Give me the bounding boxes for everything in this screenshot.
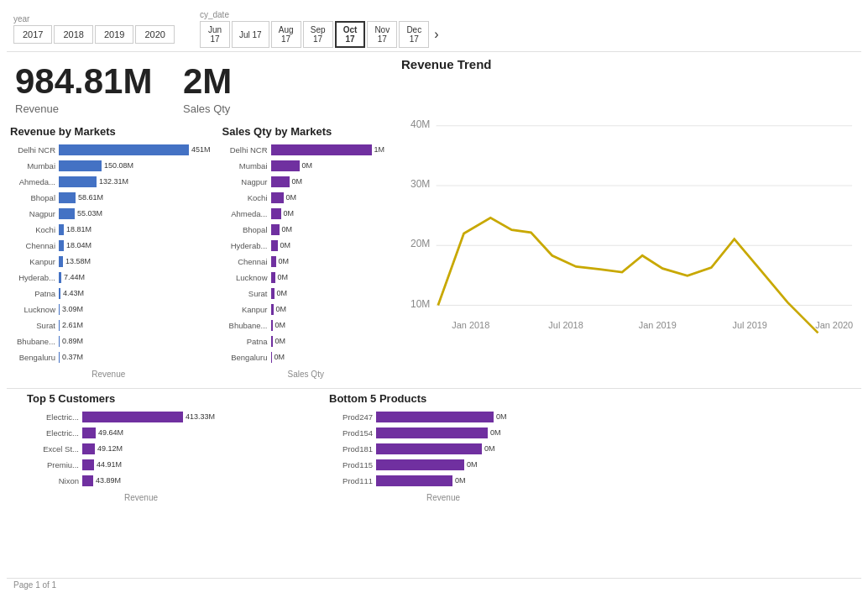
- bar-charts-row: Revenue by Markets Delhi NCR451M Mumbai1…: [7, 122, 393, 383]
- bar-row: Bengaluru0M: [219, 350, 393, 364]
- bar-row: Excel St...49.12M: [24, 442, 259, 455]
- year-btn-2020[interactable]: 2020: [135, 25, 174, 44]
- svg-text:30M: 30M: [410, 178, 430, 190]
- bar-row: Electric...413.33M: [24, 410, 259, 423]
- svg-text:20M: 20M: [410, 238, 430, 249]
- bar-row: Kanpur0M: [219, 302, 393, 316]
- bar-row: Bhopal58.61M: [7, 191, 211, 204]
- sales-qty-by-markets-title: Sales Qty by Markets: [219, 125, 393, 138]
- bar-row: Prod1150M: [326, 458, 561, 471]
- svg-text:Jan 2020: Jan 2020: [815, 320, 853, 330]
- bar-row: Prod2470M: [326, 410, 561, 423]
- bar-row: Bhubane...0M: [219, 318, 393, 332]
- bar-row: Kochi0M: [219, 191, 393, 204]
- svg-text:Jul 2019: Jul 2019: [733, 320, 767, 330]
- bar-row: Electric...49.64M: [24, 426, 259, 439]
- bar-row: Lucknow3.09M: [7, 302, 211, 316]
- bar-row: Kanpur13.58M: [7, 254, 211, 268]
- left-panel: 984.81M Revenue 2M Sales Qty Revenue by …: [7, 57, 393, 383]
- filter-row: year 2017 2018 2019 2020 cy_date Jun17 J…: [7, 7, 861, 52]
- top5-customers: Top 5 Customers Electric...413.33M Elect…: [24, 392, 259, 573]
- year-filter-buttons: 2017 2018 2019 2020: [13, 25, 175, 44]
- year-btn-2018[interactable]: 2018: [54, 25, 92, 44]
- bottom5-products-title: Bottom 5 Products: [326, 392, 561, 405]
- bar-row: Prod1540M: [326, 426, 561, 439]
- bar-row: Bhopal0M: [219, 223, 393, 236]
- year-btn-2019[interactable]: 2019: [95, 25, 133, 44]
- bar-row: Hyderab...7.44M: [7, 270, 211, 284]
- revenue-value: 984.81M: [15, 64, 152, 99]
- trend-svg: 40M 30M 20M 10M Jan 2018 Jul 2018 Jan 20…: [401, 75, 861, 383]
- bar-row: Patna0M: [219, 334, 393, 348]
- right-panel: Revenue Trend 40M 30M 20M 10M Jan 2018 J…: [393, 57, 861, 383]
- bar-row: Nagpur0M: [219, 175, 393, 188]
- bar-row: Surat2.61M: [7, 318, 211, 332]
- bar-row: Lucknow0M: [219, 270, 393, 284]
- svg-text:40M: 40M: [410, 118, 430, 130]
- revenue-trend-chart: 40M 30M 20M 10M Jan 2018 Jul 2018 Jan 20…: [401, 75, 861, 383]
- bar-row: Patna4.43M: [7, 286, 211, 300]
- bar-row: Bhubane...0.89M: [7, 334, 211, 348]
- sales-qty-kpi: 2M Sales Qty: [175, 64, 342, 115]
- cy-date-filter-group: cy_date Jun17 Jul 17 Aug17 Sep17 Oct17 N…: [200, 10, 442, 48]
- revenue-by-markets-x-label: Revenue: [7, 370, 211, 379]
- bottom5-products-x-label: Revenue: [326, 493, 561, 502]
- bar-row: Delhi NCR1M: [219, 143, 393, 156]
- date-btn-jul17[interactable]: Jul 17: [232, 21, 269, 48]
- bar-row: Premiu...44.91M: [24, 458, 259, 471]
- bar-row: Mumbai0M: [219, 159, 393, 172]
- year-btn-2017[interactable]: 2017: [13, 25, 52, 44]
- main-content: 984.81M Revenue 2M Sales Qty Revenue by …: [7, 57, 861, 383]
- bottom5-products: Bottom 5 Products Prod2470M Prod1540M Pr…: [326, 392, 561, 573]
- revenue-trend-title: Revenue Trend: [401, 57, 861, 71]
- bar-row: Kochi18.81M: [7, 223, 211, 236]
- date-btn-aug17[interactable]: Aug17: [271, 21, 301, 48]
- date-nav-next[interactable]: ›: [431, 21, 442, 48]
- kpi-row: 984.81M Revenue 2M Sales Qty: [7, 57, 393, 118]
- cy-date-filter-buttons: Jun17 Jul 17 Aug17 Sep17 Oct17 Nov17 Dec…: [200, 21, 442, 48]
- revenue-kpi: 984.81M Revenue: [7, 64, 175, 115]
- bar-row: Mumbai150.08M: [7, 159, 211, 172]
- sales-qty-value: 2M: [183, 64, 232, 99]
- dashboard: year 2017 2018 2019 2020 cy_date Jun17 J…: [0, 0, 868, 598]
- date-btn-nov17[interactable]: Nov17: [367, 21, 397, 48]
- sales-qty-by-markets: Sales Qty by Markets Delhi NCR1M Mumbai0…: [219, 125, 393, 380]
- year-filter-group: year 2017 2018 2019 2020: [13, 14, 175, 44]
- footer: Page 1 of 1: [7, 578, 861, 591]
- bottom-row: Top 5 Customers Electric...413.33M Elect…: [7, 388, 861, 573]
- svg-text:Jan 2018: Jan 2018: [452, 320, 489, 330]
- bar-row: Prod1810M: [326, 442, 561, 455]
- bar-row: Nagpur55.03M: [7, 207, 211, 220]
- revenue-by-markets: Revenue by Markets Delhi NCR451M Mumbai1…: [7, 125, 211, 380]
- revenue-by-markets-title: Revenue by Markets: [7, 125, 211, 138]
- svg-text:10M: 10M: [410, 298, 430, 310]
- svg-text:Jul 2018: Jul 2018: [548, 320, 583, 330]
- bar-row: Nixon43.89M: [24, 474, 259, 487]
- bar-row: Ahmeda...132.31M: [7, 175, 211, 188]
- spacer2: [267, 392, 317, 573]
- bar-row: Surat0M: [219, 286, 393, 300]
- top5-customers-title: Top 5 Customers: [24, 392, 259, 405]
- year-filter-label: year: [13, 14, 175, 24]
- spacer: [7, 392, 15, 573]
- page-indicator: Page 1 of 1: [13, 580, 56, 590]
- svg-text:Jan 2019: Jan 2019: [639, 320, 677, 330]
- top5-customers-x-label: Revenue: [24, 493, 259, 502]
- sales-qty-by-markets-x-label: Sales Qty: [219, 370, 393, 379]
- revenue-label: Revenue: [15, 102, 59, 115]
- bar-row: Ahmeda...0M: [219, 207, 393, 220]
- date-btn-jun17[interactable]: Jun17: [200, 21, 230, 48]
- date-btn-dec17[interactable]: Dec17: [399, 21, 429, 48]
- bar-row: Prod1110M: [326, 474, 561, 487]
- sales-qty-label: Sales Qty: [183, 102, 230, 115]
- bar-row: Chennai0M: [219, 254, 393, 268]
- bar-row: Delhi NCR451M: [7, 143, 211, 156]
- cy-date-filter-label: cy_date: [200, 10, 442, 19]
- bar-row: Chennai18.04M: [7, 239, 211, 252]
- bar-row: Hyderab...0M: [219, 239, 393, 252]
- date-btn-oct17[interactable]: Oct17: [335, 21, 366, 48]
- date-btn-sep17[interactable]: Sep17: [303, 21, 333, 48]
- bar-row: Bengaluru0.37M: [7, 350, 211, 364]
